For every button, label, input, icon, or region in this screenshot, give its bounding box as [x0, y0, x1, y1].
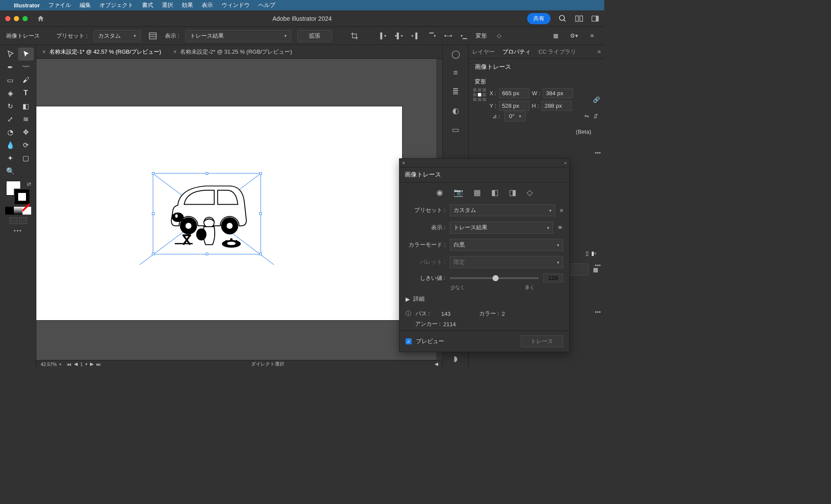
swap-fill-stroke-icon[interactable]: ⇄	[27, 181, 31, 187]
graphic-styles-panel-icon[interactable]: ◗	[454, 354, 457, 363]
cc-libraries-tab[interactable]: CC ライブラリ	[538, 48, 576, 56]
normal-screen-icon[interactable]	[10, 217, 17, 224]
artboard-nav-last-icon[interactable]: ⏭	[96, 362, 101, 367]
align-right-icon[interactable]: ▪▐	[408, 30, 420, 42]
resize-handle[interactable]	[152, 172, 155, 175]
resize-handle[interactable]	[152, 212, 155, 215]
trace-panel-icon[interactable]	[147, 30, 159, 42]
resize-handle[interactable]	[259, 172, 262, 175]
stroke-panel-icon[interactable]: ≡	[453, 68, 458, 77]
menu-file[interactable]: ファイル	[48, 1, 71, 9]
stroke-swatch[interactable]	[14, 189, 30, 205]
reference-point-widget[interactable]	[473, 88, 487, 102]
prefs-icon[interactable]: ⚙▾	[568, 30, 580, 42]
resize-handle[interactable]	[206, 253, 208, 255]
edit-toolbar-icon[interactable]: •••	[14, 228, 23, 234]
width-tool[interactable]: ≋	[18, 112, 34, 125]
menu-help[interactable]: ヘルプ	[258, 1, 275, 9]
w-input[interactable]	[543, 88, 573, 98]
zoom-dropdown[interactable]: 42.57%	[41, 362, 57, 367]
zoom-tool[interactable]: 🔍	[3, 164, 18, 177]
properties-tab[interactable]: プロパティ	[502, 48, 531, 56]
scale-tool[interactable]: ⤢	[3, 112, 18, 125]
selection-tool[interactable]	[3, 48, 18, 61]
align-icon[interactable]: ▯	[586, 250, 589, 257]
share-button[interactable]: 共有	[527, 13, 551, 24]
panel-menu-icon[interactable]: ≡	[597, 48, 601, 55]
eye-icon[interactable]: 👁	[557, 225, 563, 231]
layers-tab[interactable]: レイヤー	[472, 48, 495, 56]
close-tab-icon[interactable]: ×	[173, 48, 177, 55]
resize-handle[interactable]	[206, 172, 208, 175]
mode-dropdown[interactable]: 白黒▾	[450, 239, 563, 251]
scroll-left-icon[interactable]: ◀	[435, 361, 438, 367]
arrange-icon[interactable]	[575, 15, 583, 22]
zoom-window-icon[interactable]	[23, 16, 28, 21]
distribute-icon[interactable]: ▮▫	[591, 250, 596, 257]
direct-selection-tool[interactable]	[18, 48, 34, 61]
align-left-icon[interactable]: ▌▪	[377, 30, 389, 42]
isolate-icon[interactable]: ◇	[493, 30, 505, 42]
color-panel-icon[interactable]: ◯	[451, 49, 460, 59]
search-icon[interactable]	[558, 14, 567, 23]
document-tab-2[interactable]: × 名称未設定-2* @ 31.25 % (RGB/プレビュー)	[167, 45, 298, 58]
align-top-icon[interactable]: ▔▪	[426, 30, 438, 42]
rectangle-tool[interactable]: ▭	[3, 74, 18, 87]
detail-toggle[interactable]: ▶ 詳細	[399, 291, 569, 307]
threshold-input[interactable]	[543, 273, 563, 282]
solid-color-icon[interactable]	[5, 207, 14, 215]
free-transform-tool[interactable]: ✥	[18, 125, 34, 138]
black-white-icon[interactable]: ◨	[509, 188, 516, 197]
auto-color-icon[interactable]: ◉	[436, 188, 443, 197]
full-screen-icon[interactable]	[19, 217, 27, 224]
view-dropdown[interactable]: トレース結果 ▾	[185, 30, 291, 42]
document-tab-1[interactable]: × 名称未設定-1* @ 42.57 % (RGB/プレビュー)	[36, 45, 167, 58]
outline-icon[interactable]: ◇	[527, 188, 533, 197]
menu-view[interactable]: 表示	[202, 1, 213, 9]
more-options-icon[interactable]: •••	[595, 309, 601, 315]
more-options-icon[interactable]: •••	[595, 150, 601, 156]
menu-edit[interactable]: 編集	[80, 1, 91, 9]
slider-thumb[interactable]	[493, 275, 499, 281]
flip-h-icon[interactable]: ⇋	[584, 113, 589, 119]
minimize-window-icon[interactable]	[14, 16, 19, 21]
menu-type[interactable]: 書式	[142, 1, 153, 9]
preset-dropdown[interactable]: カスタム ▾	[93, 30, 141, 42]
artboard-number[interactable]: 1	[80, 362, 83, 367]
eyedropper-tool[interactable]: 💧	[3, 138, 18, 151]
expand-button[interactable]: 拡張	[297, 30, 332, 42]
grayscale-icon[interactable]: ◧	[491, 188, 499, 197]
menu-select[interactable]: 選択	[162, 1, 173, 9]
artboard-nav-next-icon[interactable]: ▶	[90, 361, 93, 367]
menu-window[interactable]: ウィンドウ	[222, 1, 250, 9]
close-panel-icon[interactable]: ×	[402, 160, 405, 166]
paintbrush-tool[interactable]: 🖌	[18, 74, 34, 87]
lock-aspect-icon[interactable]: 🔗	[593, 96, 600, 103]
align-bottom-icon[interactable]: ▪▁	[457, 30, 470, 42]
menu-effect[interactable]: 効果	[182, 1, 193, 9]
close-window-icon[interactable]	[5, 16, 10, 21]
high-color-icon[interactable]: 📷	[454, 188, 463, 197]
curvature-tool[interactable]: 〰	[18, 61, 34, 74]
swatches-panel-icon[interactable]: ≣	[452, 87, 459, 96]
workspace-icon[interactable]	[591, 15, 599, 22]
close-tab-icon[interactable]: ×	[42, 48, 46, 55]
grid-icon[interactable]: ▦	[550, 30, 562, 42]
artboard-tool[interactable]: ▢	[18, 151, 34, 164]
transform-link[interactable]: 変形	[476, 32, 487, 40]
threshold-slider[interactable]	[450, 277, 539, 279]
eraser-tool[interactable]: ◧	[18, 100, 34, 112]
fill-stroke-swatch[interactable]: ⇄	[5, 181, 31, 205]
canvas[interactable]	[36, 59, 442, 368]
panel-menu-icon[interactable]: ≡	[586, 30, 598, 42]
rotate-tool[interactable]: ↻	[3, 100, 18, 112]
artboard-nav-first-icon[interactable]: ⏮	[67, 362, 71, 367]
shaper-tool[interactable]: ◈	[3, 87, 18, 100]
collapse-panel-icon[interactable]: «	[564, 161, 567, 165]
none-color-icon[interactable]	[23, 207, 31, 215]
x-input[interactable]	[499, 88, 529, 98]
resize-handle[interactable]	[259, 253, 262, 255]
symbol-sprayer-tool[interactable]: ✦	[3, 151, 18, 164]
shape-builder-tool[interactable]: ◔	[3, 125, 18, 138]
view-dropdown[interactable]: トレース結果▾	[450, 222, 553, 234]
